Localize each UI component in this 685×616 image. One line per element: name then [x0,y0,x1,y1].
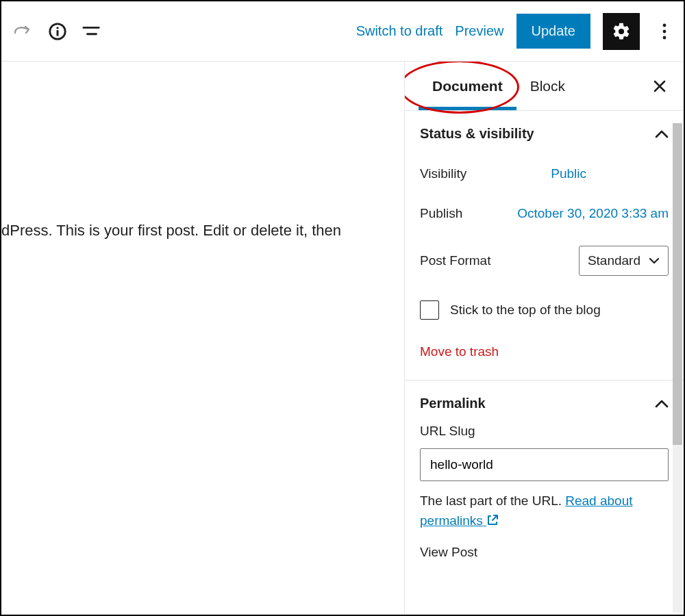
move-to-trash[interactable]: Move to trash [420,332,499,359]
post-content[interactable]: dPress. This is your first post. Edit or… [1,222,341,240]
view-post-label: View Post [420,545,669,560]
close-icon [653,80,666,92]
chevron-up-icon [655,129,669,139]
svg-point-1 [56,27,58,29]
switch-draft-link[interactable]: Switch to draft [356,23,443,39]
settings-sidebar: Document Block Status & visibility Visib… [404,62,684,615]
svg-rect-2 [57,30,59,36]
helper-prefix: The last part of the URL. [420,493,565,508]
row-publish: Publish October 30, 2020 3:33 am [420,194,669,233]
sticky-label: Stick to the top of the blog [450,303,601,318]
topbar-right: Switch to draft Preview Update [356,13,677,50]
tab-block[interactable]: Block [516,63,579,110]
row-post-format: Post Format Standard [420,233,669,288]
close-sidebar-button[interactable] [649,76,670,97]
external-link-icon [486,514,499,526]
svg-point-7 [663,36,667,39]
post-format-select[interactable]: Standard [579,246,669,276]
row-sticky: Stick to the top of the blog [420,288,669,332]
panel-permalink-title: Permalink [420,396,486,411]
preview-link[interactable]: Preview [455,23,503,39]
redo-button[interactable] [14,22,33,41]
svg-point-5 [663,23,667,27]
publish-label: Publish [420,206,462,221]
visibility-label: Visibility [420,166,466,181]
sticky-checkbox[interactable] [420,300,439,320]
settings-button[interactable] [603,13,640,50]
update-button[interactable]: Update [516,14,591,49]
svg-point-6 [663,29,667,33]
chevron-up-icon [655,399,669,409]
visibility-value[interactable]: Public [551,166,586,181]
panel-permalink-header[interactable]: Permalink [420,396,669,411]
panel-status: Status & visibility Visibility Public Pu… [405,111,684,381]
publish-value[interactable]: October 30, 2020 3:33 am [517,206,669,221]
post-format-value: Standard [588,253,640,268]
info-button[interactable] [48,22,67,41]
chevron-down-icon [649,257,660,265]
outline-button[interactable] [82,22,101,41]
outline-icon [82,23,101,40]
topbar: Switch to draft Preview Update [1,1,684,62]
post-format-label: Post Format [420,253,490,268]
panel-status-title: Status & visibility [420,126,534,142]
tab-document[interactable]: Document [419,63,516,110]
permalink-helper: The last part of the URL. Read about per… [420,491,669,531]
topbar-left [7,22,101,41]
row-visibility: Visibility Public [420,154,669,194]
url-slug-input[interactable] [420,448,669,481]
sidebar-tabs: Document Block [405,62,684,111]
editor-canvas[interactable]: dPress. This is your first post. Edit or… [1,62,404,615]
panel-status-header[interactable]: Status & visibility [420,126,669,142]
gear-icon [612,22,631,41]
url-slug-label: URL Slug [420,424,669,439]
redo-icon [14,25,33,38]
more-button[interactable] [652,13,677,50]
scrollbar-thumb[interactable] [673,123,682,445]
info-icon [48,21,67,42]
panel-permalink: Permalink URL Slug The last part of the … [405,381,684,580]
more-vertical-icon [662,23,667,40]
